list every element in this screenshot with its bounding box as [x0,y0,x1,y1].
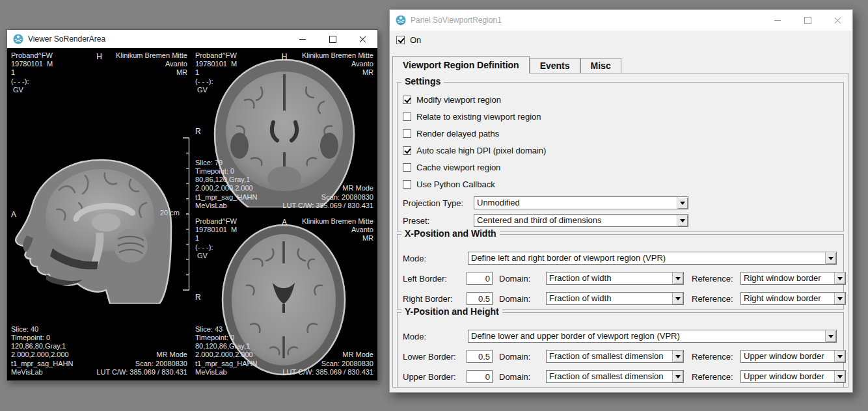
domain-label: Domain: [499,274,530,284]
upper-border-input[interactable] [467,370,493,383]
maximize-button[interactable] [793,10,822,31]
panel-window: Panel SoViewportRegion1 On Viewport Regi… [389,9,853,393]
dropdown-arrow-icon[interactable] [834,293,845,304]
combo-value: Fraction of width [547,293,672,304]
combo-value: Fraction of smallest dimension [547,351,672,362]
overlay-line: Proband^FW [11,51,53,60]
overlay-line: Proband^FW [195,51,237,60]
x-left-domain-select[interactable]: Fraction of width [546,272,684,285]
projection-type-select[interactable]: Unmodified [474,196,688,209]
viewer-titlebar[interactable]: Viewer SoRenderArea [7,30,377,48]
minimize-button[interactable] [763,10,793,31]
overlay-line: 1 [195,68,237,77]
coronal-view-pane[interactable]: Proband^FW19780101 M1(- - -): GV Kliniku… [191,48,377,214]
checkbox-row: Modify viewport region [403,95,501,104]
orientation-marker-top: A [282,218,287,227]
viewer-window: Viewer SoRenderArea [7,29,378,381]
overlay-line: GV [195,252,237,260]
modify-viewport-region-checkbox[interactable] [403,96,411,104]
settings-legend: Settings [401,76,444,86]
dropdown-arrow-icon[interactable] [672,371,683,382]
close-button[interactable] [822,10,852,31]
patient-info-overlay: Proband^FW19780101 M1(- - -): GV [11,51,53,94]
settings-group: Settings Modify viewport region Relate t… [397,82,844,232]
overlay-line: MeVisLab [195,202,257,210]
tab-events[interactable]: Events [530,58,580,73]
right-border-input[interactable] [467,292,493,305]
y-mode-select[interactable]: Define lower and upper border of viewpor… [468,330,837,343]
y-lower-domain-select[interactable]: Fraction of smallest dimension [546,350,684,363]
tab-viewport-region-definition[interactable]: Viewport Region Definition [392,56,530,73]
maximize-button[interactable] [318,30,347,48]
dropdown-arrow-icon[interactable] [834,351,845,362]
sagittal-view-pane[interactable]: Proband^FW19780101 M1(- - -): GV Kliniku… [7,48,191,380]
left-border-input[interactable] [467,272,493,285]
dropdown-arrow-icon[interactable] [834,371,845,382]
preset-select[interactable]: Centered and third of dimensions [474,214,688,227]
left-border-label: Left Border: [403,274,447,284]
dropdown-arrow-icon[interactable] [672,293,683,304]
tab-bar: Viewport Region Definition Events Misc [392,55,621,73]
y-position-legend: Y-Position and Height [401,306,502,317]
checkbox-label: Use Python Callback [416,179,495,189]
mode-label: Mode: [403,254,426,263]
overlay-line: (- - -): [195,77,237,86]
x-left-reference-select[interactable]: Right window border [740,272,846,285]
minimize-button[interactable] [288,30,318,48]
overlay-line: 1 [11,68,53,77]
on-checkbox[interactable] [396,36,405,44]
dropdown-arrow-icon[interactable] [677,215,688,226]
domain-label: Domain: [499,352,530,362]
projection-type-row: Projection Type: Unmodified [403,196,838,209]
overlay-line: 19780101 M [195,226,237,234]
auto-scale-high-dpi-checkbox[interactable] [403,146,411,155]
tab-misc[interactable]: Misc [580,58,621,73]
on-label: On [410,35,421,45]
dropdown-arrow-icon[interactable] [834,272,845,284]
overlay-line: Scan: 20080830 [96,360,187,368]
checkbox-row: Auto scale high DPI (pixel domain) [403,146,546,155]
checkbox-row: Relate to existing viewport region [403,112,541,121]
use-python-callback-checkbox[interactable] [403,180,411,189]
x-right-reference-select[interactable]: Right window border [740,292,846,305]
dropdown-arrow-icon[interactable] [672,351,683,362]
combo-value: Centered and third of dimensions [474,215,677,226]
overlay-line: Klinikum Bremen Mitte [116,51,187,60]
domain-label: Domain: [499,294,530,304]
dropdown-arrow-icon[interactable] [672,272,683,284]
relate-existing-viewport-checkbox[interactable] [403,113,411,121]
checkbox-label: Relate to existing viewport region [416,112,541,122]
domain-label: Domain: [499,372,530,382]
axial-view-pane[interactable]: Proband^FW19780101 M1(- - -): GV Kliniku… [191,214,377,380]
overlay-line: t1_mpr_sag_HAHN [195,193,257,202]
on-toggle-row: On [396,35,421,44]
overlay-line: 19780101 M [195,60,237,68]
overlay-line: (- - -): [11,77,53,86]
dropdown-arrow-icon[interactable] [825,252,836,264]
dropdown-arrow-icon[interactable] [825,330,836,342]
dropdown-arrow-icon[interactable] [677,197,688,209]
overlay-line: Klinikum Bremen Mitte [302,217,373,226]
overlay-line: Slice: 40 [11,325,73,334]
panel-titlebar[interactable]: Panel SoViewportRegion1 [390,10,852,31]
overlay-line: MR Mode [282,184,373,192]
close-button[interactable] [347,30,377,48]
y-mode-row: Mode: Define lower and upper border of v… [403,330,838,343]
viewer-content: Proband^FW19780101 M1(- - -): GV Kliniku… [7,48,377,380]
x-mode-select[interactable]: Define left and right border of viewport… [468,252,837,265]
y-upper-domain-select[interactable]: Fraction of smallest dimension [546,370,684,383]
overlay-line: Slice: 79 [195,159,257,167]
overlay-line: MR Mode [282,351,373,359]
lower-border-input[interactable] [467,350,493,363]
cache-viewport-region-checkbox[interactable] [403,163,411,172]
minimize-icon [299,39,306,40]
right-border-label: Right Border: [403,294,453,304]
y-lower-reference-select[interactable]: Upper window border [740,350,846,363]
combo-value: Unmodified [474,197,677,209]
x-right-domain-select[interactable]: Fraction of width [546,292,684,305]
y-upper-reference-select[interactable]: Upper window border [740,370,846,383]
render-delayed-paths-checkbox[interactable] [403,129,411,138]
tab-content: Settings Modify viewport region Relate t… [392,73,848,388]
preset-label: Preset: [403,216,429,226]
scan-status-overlay: MR ModeScan: 20080830LUT C/W: 385.069 / … [96,351,187,377]
